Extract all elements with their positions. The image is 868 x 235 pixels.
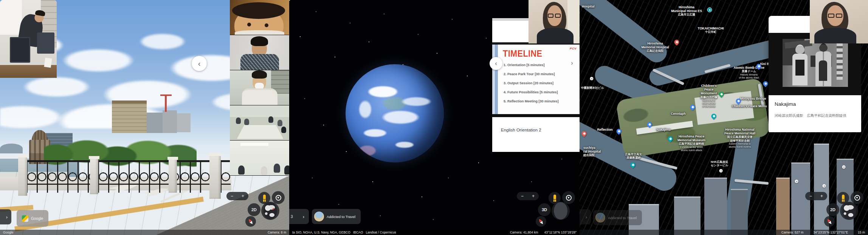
eye-altitude: 15 m <box>858 230 865 234</box>
map-pin-white[interactable] <box>719 169 723 173</box>
participant-tile-masked-person-office[interactable] <box>230 70 289 105</box>
map-pin-blue[interactable] <box>615 128 622 135</box>
participant-tile-closeup-man[interactable] <box>230 0 289 35</box>
card-top <box>769 16 810 33</box>
caption-card: English Orientation 2 <box>492 117 580 152</box>
view-mode-button[interactable]: 3D <box>538 203 551 216</box>
earth-globe[interactable] <box>346 64 444 162</box>
participant-tile-man-patterned-shirt[interactable] <box>230 35 289 70</box>
zoom-out-button[interactable]: − <box>809 194 812 198</box>
travel-project-chip[interactable]: Addicted to Travel <box>312 209 361 224</box>
map-pin-blue[interactable] <box>762 80 769 87</box>
participant-tile-meeting-room-a[interactable] <box>230 105 289 140</box>
glasses-icon <box>555 14 561 18</box>
map-pin-white[interactable] <box>823 184 826 188</box>
map-label[interactable]: 広島市立高女原爆慰霊碑 <box>625 153 642 160</box>
crane <box>165 94 167 112</box>
participant-tile-meeting-room-b[interactable] <box>230 141 289 175</box>
map-pin-white[interactable] <box>842 165 846 169</box>
map-pin-red[interactable] <box>673 39 680 45</box>
camera-coordinates: 34°23'25"N 132°27'01"E <box>813 230 848 234</box>
map-pin-teal[interactable] <box>710 113 717 119</box>
map-pin-green[interactable] <box>718 91 725 97</box>
compass-button[interactable] <box>245 216 256 227</box>
bridge-pillar <box>90 158 98 194</box>
globe-overview-button[interactable] <box>840 202 858 220</box>
map-label[interactable]: NHK広島放送センタービル <box>711 160 728 167</box>
deck-separator <box>492 114 580 117</box>
google-maps-chip[interactable]: Google <box>17 210 48 227</box>
view-mode-label: 3D <box>542 207 547 212</box>
previous-photo-button[interactable]: ‹ <box>192 56 207 71</box>
compass-needle-icon <box>826 218 833 225</box>
project-thumbnail <box>595 213 605 223</box>
street-view-panel: Motoyasu Bridge 福山工業高校提供 ‹ › Google 2D −… <box>0 0 289 235</box>
map-label[interactable]: Children's Peace Monu <box>732 104 767 108</box>
status-bar: Google Camera: 8 m <box>0 230 289 235</box>
zoom-in-button[interactable]: + <box>242 194 244 198</box>
map-pin-blue[interactable] <box>646 121 653 128</box>
zoom-in-button[interactable]: + <box>820 194 823 198</box>
map-label[interactable]: Nakajima <box>656 128 670 131</box>
zoom-out-button[interactable]: − <box>521 194 524 198</box>
next-chip[interactable]: › <box>0 209 11 224</box>
previous-slide-button[interactable]: ‹ <box>490 57 502 70</box>
map-label[interactable]: suchiyaral Hospital総合病院 <box>583 146 601 157</box>
timeline-slide[interactable]: PCV TIMELINE 1. Orientation [5 minutes]2… <box>492 45 580 114</box>
map-label[interactable]: HiroshimaMunicipal Hirose ES広島市立広瀬 <box>671 5 702 17</box>
zoom-in-button[interactable]: + <box>532 194 535 198</box>
globe-overview-button[interactable] <box>552 202 570 220</box>
camera-altitude: Camera: 41,804 km <box>510 230 538 234</box>
earth-controls: 2D − + <box>805 192 866 229</box>
map-pin-white[interactable] <box>795 180 798 183</box>
participant-strip <box>230 0 289 176</box>
bridge-pillar <box>209 155 221 199</box>
pegman-icon <box>552 195 557 202</box>
historical-photo <box>783 39 848 87</box>
map-label[interactable]: TOKAICHIMACHI十日市町 <box>698 26 724 34</box>
map-label[interactable]: Hospital <box>582 5 595 8</box>
map-pin-red[interactable] <box>581 130 587 137</box>
view-mode-button[interactable]: 2D <box>248 203 260 216</box>
travel-project-chip[interactable]: Addicted to Travel <box>593 210 642 225</box>
presenter-webcam[interactable] <box>810 0 868 43</box>
compass-button[interactable] <box>536 216 546 227</box>
globe-overview-button[interactable] <box>261 202 279 220</box>
map-pin-teal[interactable] <box>629 161 636 168</box>
globe-icon <box>264 202 277 220</box>
presenter-webcam[interactable] <box>529 0 580 43</box>
building <box>163 110 177 133</box>
map-label[interactable]: Hiroshima NationalPeace Memorial Hall国立広… <box>724 128 755 148</box>
map-pin-blue[interactable] <box>689 104 696 110</box>
map-pin-white[interactable] <box>590 77 594 80</box>
map-label[interactable]: Reflection <box>597 128 612 131</box>
place-card-title: Nakajima <box>775 101 796 107</box>
building <box>147 113 163 133</box>
map-label[interactable]: HiroshimaMemorial Hospital広島記念病院 <box>641 42 669 53</box>
map-label[interactable]: Hiroshima PeaceMemorial Museum広島平和記念資料館E… <box>677 135 705 152</box>
photo-window <box>0 0 22 35</box>
slide-pagination-chip[interactable]: 3 › <box>289 209 309 224</box>
zoom-out-button[interactable]: − <box>231 194 233 198</box>
photo-paper <box>44 58 52 68</box>
map-pin-teal[interactable] <box>667 135 674 142</box>
distant-hill <box>0 144 23 153</box>
map-label[interactable]: Cenotaph <box>671 112 685 116</box>
participant-group <box>236 118 241 124</box>
slide-logo: PCV <box>570 47 577 50</box>
map-label[interactable]: Motoyasu Bridge <box>740 97 766 100</box>
view-mode-button[interactable]: 2D <box>826 203 839 216</box>
my-location-icon <box>276 195 281 201</box>
map-pin-badge[interactable] <box>707 8 712 12</box>
next-chip[interactable]: › <box>580 209 591 224</box>
next-slide-button[interactable]: › <box>568 59 576 67</box>
map-label[interactable]: 中國新聞本社ビル <box>581 86 604 90</box>
compass-button[interactable] <box>824 216 835 227</box>
map-label[interactable]: Children'sPeaceMonument原爆の子の像Memorial to… <box>700 84 717 108</box>
timeline-item: 1. Orientation [5 minutes] <box>504 60 559 70</box>
presenter-torso <box>814 28 856 43</box>
google-maps-icon <box>22 215 28 222</box>
chevron-left-icon: ‹ <box>198 59 201 68</box>
photo-banner <box>837 40 843 80</box>
card-body: Nakajima 河崎源次郎氏撮影 広島平和記念資料館提供 <box>769 95 861 132</box>
